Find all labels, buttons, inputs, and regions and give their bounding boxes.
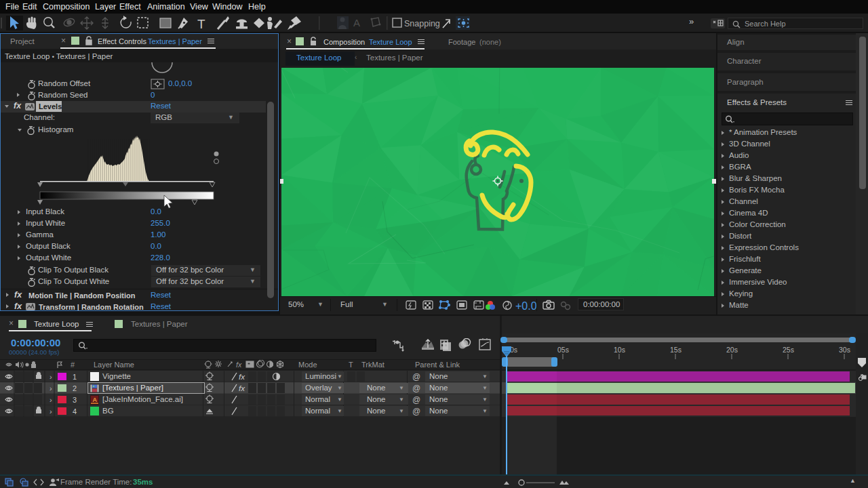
svg-text:A: A bbox=[93, 396, 98, 403]
svg-text:fx: fx bbox=[239, 373, 245, 381]
svg-text:2: 2 bbox=[73, 384, 77, 392]
svg-text:1: 1 bbox=[73, 373, 77, 381]
svg-text:#: # bbox=[71, 361, 75, 369]
svg-text:T: T bbox=[349, 361, 353, 369]
svg-text:›: › bbox=[50, 384, 52, 392]
svg-text:4: 4 bbox=[73, 407, 77, 415]
svg-text:Layer Name: Layer Name bbox=[94, 361, 134, 369]
svg-text:fx: fx bbox=[239, 384, 245, 392]
svg-text:Parent & Link: Parent & Link bbox=[415, 361, 460, 369]
svg-text:›: › bbox=[50, 407, 52, 415]
svg-text:fx: fx bbox=[236, 361, 242, 369]
svg-text:›: › bbox=[50, 373, 52, 381]
svg-text:3: 3 bbox=[73, 396, 77, 404]
svg-text:T: T bbox=[197, 17, 205, 31]
svg-text:TrkMat: TrkMat bbox=[361, 361, 384, 369]
svg-text:›: › bbox=[50, 396, 52, 404]
svg-text:Snapping: Snapping bbox=[404, 19, 440, 28]
svg-text:Mode: Mode bbox=[298, 361, 317, 369]
svg-text:A: A bbox=[353, 17, 360, 28]
